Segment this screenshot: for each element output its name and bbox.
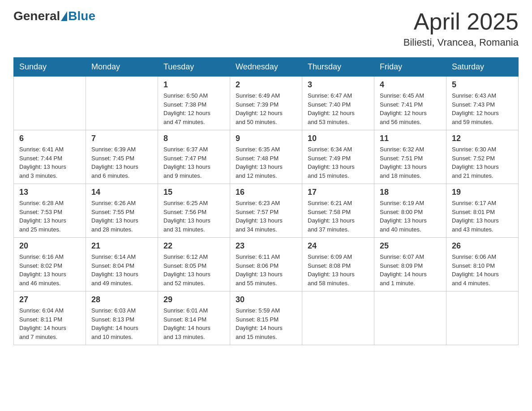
calendar-header: SundayMondayTuesdayWednesdayThursdayFrid… (14, 58, 519, 77)
day-number: 16 (236, 188, 296, 197)
day-number: 27 (19, 295, 80, 304)
calendar-week-row: 1Sunrise: 6:50 AMSunset: 7:38 PMDaylight… (14, 77, 519, 130)
calendar-cell: 9Sunrise: 6:35 AMSunset: 7:48 PMDaylight… (230, 130, 302, 184)
day-number: 12 (452, 134, 513, 143)
day-info: Sunrise: 6:49 AMSunset: 7:39 PMDaylight:… (236, 91, 296, 126)
calendar-cell: 25Sunrise: 6:07 AMSunset: 8:09 PMDayligh… (374, 238, 446, 291)
calendar-week-row: 20Sunrise: 6:16 AMSunset: 8:02 PMDayligh… (14, 238, 519, 291)
calendar-cell: 6Sunrise: 6:41 AMSunset: 7:44 PMDaylight… (14, 130, 86, 184)
calendar-cell: 24Sunrise: 6:09 AMSunset: 8:08 PMDayligh… (302, 238, 374, 291)
calendar-cell: 16Sunrise: 6:23 AMSunset: 7:57 PMDayligh… (230, 184, 302, 238)
day-info: Sunrise: 6:43 AMSunset: 7:43 PMDaylight:… (452, 91, 513, 126)
day-number: 22 (163, 241, 224, 251)
day-number: 10 (308, 134, 369, 143)
day-info: Sunrise: 6:39 AMSunset: 7:45 PMDaylight:… (91, 145, 152, 180)
day-info: Sunrise: 6:14 AMSunset: 8:04 PMDaylight:… (91, 253, 152, 287)
calendar-cell (446, 291, 519, 345)
calendar-cell: 12Sunrise: 6:30 AMSunset: 7:52 PMDayligh… (446, 130, 519, 184)
day-number: 18 (380, 188, 441, 197)
calendar-cell: 17Sunrise: 6:21 AMSunset: 7:58 PMDayligh… (302, 184, 374, 238)
day-info: Sunrise: 6:41 AMSunset: 7:44 PMDaylight:… (19, 145, 80, 180)
day-info: Sunrise: 6:16 AMSunset: 8:02 PMDaylight:… (19, 253, 80, 287)
day-number: 7 (91, 134, 152, 143)
logo: General Blue (13, 9, 95, 23)
day-number: 1 (163, 80, 224, 90)
day-info: Sunrise: 6:21 AMSunset: 7:58 PMDaylight:… (308, 199, 369, 234)
day-info: Sunrise: 6:25 AMSunset: 7:56 PMDaylight:… (163, 199, 224, 234)
weekday-header-friday: Friday (374, 58, 446, 77)
day-number: 28 (91, 295, 152, 304)
calendar-cell: 13Sunrise: 6:28 AMSunset: 7:53 PMDayligh… (14, 184, 86, 238)
day-number: 4 (380, 80, 441, 90)
logo-blue-part: Blue (60, 9, 95, 23)
calendar-cell: 11Sunrise: 6:32 AMSunset: 7:51 PMDayligh… (374, 130, 446, 184)
day-number: 5 (452, 80, 513, 90)
calendar-cell: 10Sunrise: 6:34 AMSunset: 7:49 PMDayligh… (302, 130, 374, 184)
day-info: Sunrise: 6:30 AMSunset: 7:52 PMDaylight:… (452, 145, 513, 180)
day-info: Sunrise: 6:07 AMSunset: 8:09 PMDaylight:… (380, 253, 441, 287)
calendar-cell: 2Sunrise: 6:49 AMSunset: 7:39 PMDaylight… (230, 77, 302, 130)
day-info: Sunrise: 6:19 AMSunset: 8:00 PMDaylight:… (380, 199, 441, 234)
day-info: Sunrise: 6:34 AMSunset: 7:49 PMDaylight:… (308, 145, 369, 180)
weekday-header-saturday: Saturday (446, 58, 519, 77)
weekday-header-sunday: Sunday (14, 58, 86, 77)
weekday-header-row: SundayMondayTuesdayWednesdayThursdayFrid… (14, 58, 519, 77)
day-number: 11 (380, 134, 441, 143)
weekday-header-wednesday: Wednesday (230, 58, 302, 77)
calendar-cell: 26Sunrise: 6:06 AMSunset: 8:10 PMDayligh… (446, 238, 519, 291)
day-number: 29 (163, 295, 224, 304)
day-info: Sunrise: 6:35 AMSunset: 7:48 PMDaylight:… (236, 145, 296, 180)
day-number: 20 (19, 241, 80, 251)
weekday-header-thursday: Thursday (302, 58, 374, 77)
title-section: April 2025 Biliesti, Vrancea, Romania (403, 9, 519, 48)
day-info: Sunrise: 6:01 AMSunset: 8:14 PMDaylight:… (163, 306, 224, 341)
calendar-cell: 28Sunrise: 6:03 AMSunset: 8:13 PMDayligh… (86, 291, 158, 345)
day-info: Sunrise: 6:50 AMSunset: 7:38 PMDaylight:… (163, 91, 224, 126)
calendar-cell (14, 77, 86, 130)
day-info: Sunrise: 6:32 AMSunset: 7:51 PMDaylight:… (380, 145, 441, 180)
calendar-cell: 21Sunrise: 6:14 AMSunset: 8:04 PMDayligh… (86, 238, 158, 291)
calendar-week-row: 13Sunrise: 6:28 AMSunset: 7:53 PMDayligh… (14, 184, 519, 238)
calendar-cell: 27Sunrise: 6:04 AMSunset: 8:11 PMDayligh… (14, 291, 86, 345)
day-info: Sunrise: 6:11 AMSunset: 8:06 PMDaylight:… (236, 253, 296, 287)
calendar-week-row: 6Sunrise: 6:41 AMSunset: 7:44 PMDaylight… (14, 130, 519, 184)
day-number: 6 (19, 134, 80, 143)
day-number: 17 (308, 188, 369, 197)
day-info: Sunrise: 6:28 AMSunset: 7:53 PMDaylight:… (19, 199, 80, 234)
logo-general-text: General (13, 9, 60, 23)
day-number: 3 (308, 80, 369, 90)
day-info: Sunrise: 6:23 AMSunset: 7:57 PMDaylight:… (236, 199, 296, 234)
calendar-cell: 29Sunrise: 6:01 AMSunset: 8:14 PMDayligh… (158, 291, 230, 345)
calendar-cell: 7Sunrise: 6:39 AMSunset: 7:45 PMDaylight… (86, 130, 158, 184)
calendar-cell: 14Sunrise: 6:26 AMSunset: 7:55 PMDayligh… (86, 184, 158, 238)
day-number: 23 (236, 241, 296, 251)
day-number: 25 (380, 241, 441, 251)
calendar-cell: 23Sunrise: 6:11 AMSunset: 8:06 PMDayligh… (230, 238, 302, 291)
day-number: 26 (452, 241, 513, 251)
day-info: Sunrise: 6:26 AMSunset: 7:55 PMDaylight:… (91, 199, 152, 234)
calendar-cell: 20Sunrise: 6:16 AMSunset: 8:02 PMDayligh… (14, 238, 86, 291)
day-number: 15 (163, 188, 224, 197)
day-info: Sunrise: 5:59 AMSunset: 8:15 PMDaylight:… (236, 306, 296, 341)
calendar-cell: 3Sunrise: 6:47 AMSunset: 7:40 PMDaylight… (302, 77, 374, 130)
day-number: 13 (19, 188, 80, 197)
calendar-table: SundayMondayTuesdayWednesdayThursdayFrid… (13, 57, 519, 345)
page-header: General Blue April 2025 Biliesti, Vrance… (13, 9, 519, 48)
day-number: 21 (91, 241, 152, 251)
calendar-cell (302, 291, 374, 345)
day-info: Sunrise: 6:06 AMSunset: 8:10 PMDaylight:… (452, 253, 513, 287)
weekday-header-tuesday: Tuesday (158, 58, 230, 77)
day-number: 9 (236, 134, 296, 143)
day-info: Sunrise: 6:47 AMSunset: 7:40 PMDaylight:… (308, 91, 369, 126)
calendar-cell: 19Sunrise: 6:17 AMSunset: 8:01 PMDayligh… (446, 184, 519, 238)
day-number: 19 (452, 188, 513, 197)
calendar-cell (86, 77, 158, 130)
day-info: Sunrise: 6:37 AMSunset: 7:47 PMDaylight:… (163, 145, 224, 180)
day-number: 8 (163, 134, 224, 143)
calendar-cell: 5Sunrise: 6:43 AMSunset: 7:43 PMDaylight… (446, 77, 519, 130)
calendar-week-row: 27Sunrise: 6:04 AMSunset: 8:11 PMDayligh… (14, 291, 519, 345)
calendar-cell: 8Sunrise: 6:37 AMSunset: 7:47 PMDaylight… (158, 130, 230, 184)
calendar-cell: 15Sunrise: 6:25 AMSunset: 7:56 PMDayligh… (158, 184, 230, 238)
month-title: April 2025 (403, 9, 519, 34)
day-number: 2 (236, 80, 296, 90)
